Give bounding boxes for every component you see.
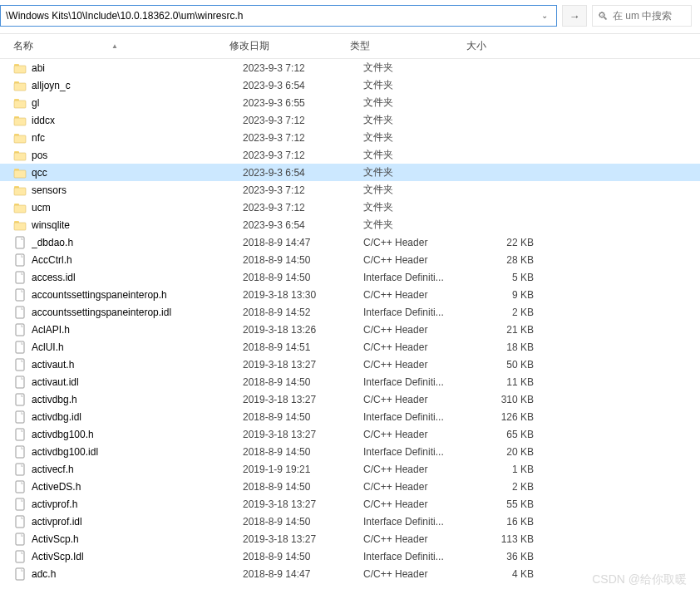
svg-rect-36 — [16, 516, 24, 528]
file-row[interactable]: activdbg100.idl2018-8-9 14:50Interface D… — [0, 443, 700, 460]
svg-rect-1 — [14, 66, 26, 73]
file-row[interactable]: activecf.h2019-1-9 19:21C/C++ Header1 KB — [0, 460, 700, 478]
file-date: 2023-9-3 6:54 — [243, 167, 363, 179]
file-date: 2023-9-3 7:12 — [243, 202, 363, 214]
file-date: 2018-8-9 14:51 — [243, 341, 363, 353]
svg-rect-7 — [14, 118, 26, 125]
file-row[interactable]: ActiveDS.h2018-8-9 14:50C/C++ Header2 KB — [0, 478, 700, 495]
file-row[interactable]: accountssettingspaneinterop.idl2018-8-9 … — [0, 303, 700, 321]
svg-rect-32 — [16, 446, 24, 458]
file-type: Interface Definiti... — [363, 411, 480, 423]
file-date: 2019-3-18 13:30 — [243, 289, 363, 301]
folder-icon — [13, 218, 27, 232]
file-type: C/C++ Header — [363, 533, 480, 545]
file-row[interactable]: gl2023-9-3 6:55文件夹 — [0, 94, 700, 111]
file-row[interactable]: activprof.idl2018-8-9 14:50Interface Def… — [0, 513, 700, 530]
file-size: 2 KB — [480, 481, 534, 493]
file-date: 2019-3-18 13:26 — [243, 324, 363, 336]
file-row[interactable]: ActivScp.Idl2018-8-9 14:50Interface Defi… — [0, 547, 700, 565]
file-row[interactable]: activaut.h2019-3-18 13:27C/C++ Header50 … — [0, 356, 700, 373]
file-row[interactable]: activprof.h2019-3-18 13:27C/C++ Header55… — [0, 495, 700, 513]
go-button[interactable]: → — [562, 5, 587, 27]
svg-rect-33 — [16, 464, 24, 475]
file-row[interactable]: _dbdao.h2018-8-9 14:47C/C++ Header22 KB — [0, 233, 700, 251]
address-bar[interactable]: ⌄ — [0, 5, 557, 27]
file-date: 2019-1-9 19:21 — [243, 464, 363, 475]
address-input[interactable] — [6, 10, 538, 22]
file-row[interactable]: AclAPI.h2019-3-18 13:26C/C++ Header21 KB — [0, 321, 700, 338]
column-name[interactable]: 名称 ▲ — [13, 39, 229, 53]
file-type: 文件夹 — [363, 218, 480, 232]
file-row[interactable]: ucm2023-9-3 7:12文件夹 — [0, 199, 700, 216]
file-name: accountssettingspaneinterop.h — [32, 289, 243, 301]
file-icon — [13, 410, 27, 424]
file-row[interactable]: iddcx2023-9-3 7:12文件夹 — [0, 111, 700, 129]
file-date: 2023-9-3 7:12 — [243, 115, 363, 126]
file-icon — [13, 376, 27, 389]
file-row[interactable]: adc.h2018-8-9 14:47C/C++ Header4 KB — [0, 565, 700, 582]
file-date: 2018-8-9 14:50 — [243, 376, 363, 388]
folder-icon — [13, 61, 27, 75]
file-name: activprof.h — [32, 498, 243, 510]
file-row[interactable]: AccCtrl.h2018-8-9 14:50C/C++ Header28 KB — [0, 251, 700, 268]
file-name: AccCtrl.h — [32, 254, 243, 266]
file-list: abi2023-9-3 7:12文件夹alljoyn_c2023-9-3 6:5… — [0, 59, 700, 582]
file-row[interactable]: sensors2023-9-3 7:12文件夹 — [0, 181, 700, 199]
file-icon — [13, 288, 27, 302]
column-type[interactable]: 类型 — [350, 39, 466, 53]
file-name: ActiveDS.h — [32, 481, 243, 493]
svg-rect-25 — [16, 324, 24, 336]
file-name: nfc — [32, 132, 243, 144]
file-row[interactable]: access.idl2018-8-9 14:50Interface Defini… — [0, 268, 700, 286]
file-type: C/C++ Header — [363, 394, 480, 405]
file-row[interactable]: winsqlite2023-9-3 6:54文件夹 — [0, 216, 700, 233]
file-row[interactable]: abi2023-9-3 7:12文件夹 — [0, 59, 700, 76]
file-row[interactable]: ActivScp.h2019-3-18 13:27C/C++ Header113… — [0, 530, 700, 547]
file-date: 2018-8-9 14:50 — [243, 516, 363, 528]
file-row[interactable]: activaut.idl2018-8-9 14:50Interface Defi… — [0, 373, 700, 390]
file-row[interactable]: alljoyn_c2023-9-3 6:54文件夹 — [0, 76, 700, 94]
folder-icon — [13, 79, 27, 92]
file-row[interactable]: qcc2023-9-3 6:54文件夹 — [0, 164, 700, 181]
search-input[interactable] — [613, 10, 686, 22]
svg-rect-11 — [14, 153, 26, 160]
file-icon — [13, 271, 27, 284]
file-row[interactable]: nfc2023-9-3 7:12文件夹 — [0, 129, 700, 146]
file-type: 文件夹 — [363, 61, 480, 75]
search-box[interactable]: 🔍︎ — [592, 5, 692, 27]
file-date: 2023-9-3 7:12 — [243, 184, 363, 196]
svg-rect-34 — [16, 481, 24, 493]
file-row[interactable]: activdbg.h2019-3-18 13:27C/C++ Header310… — [0, 390, 700, 408]
file-name: ActivScp.h — [32, 533, 243, 545]
file-icon — [13, 428, 27, 441]
file-type: Interface Definiti... — [363, 272, 480, 283]
file-name: winsqlite — [32, 219, 243, 231]
toolbar: ⌄ → 🔍︎ — [0, 0, 700, 34]
file-type: 文件夹 — [363, 96, 480, 110]
column-name-label: 名称 — [13, 39, 33, 53]
file-name: _dbdao.h — [32, 237, 243, 248]
folder-icon — [13, 114, 27, 127]
file-size: 18 KB — [480, 341, 534, 353]
file-icon — [13, 445, 27, 459]
file-icon — [13, 515, 27, 528]
address-dropdown-icon[interactable]: ⌄ — [541, 11, 551, 21]
file-row[interactable]: pos2023-9-3 7:12文件夹 — [0, 146, 700, 164]
svg-rect-29 — [16, 394, 24, 405]
file-date: 2023-9-3 6:54 — [243, 219, 363, 231]
file-name: activaut.idl — [32, 376, 243, 388]
file-name: activdbg.idl — [32, 411, 243, 423]
file-row[interactable]: AclUI.h2018-8-9 14:51C/C++ Header18 KB — [0, 338, 700, 356]
file-row[interactable]: accountssettingspaneinterop.h2019-3-18 1… — [0, 286, 700, 303]
file-type: 文件夹 — [363, 183, 480, 197]
file-icon — [13, 550, 27, 563]
file-name: ActivScp.Idl — [32, 551, 243, 562]
file-icon — [13, 323, 27, 336]
file-row[interactable]: activdbg.idl2018-8-9 14:50Interface Defi… — [0, 408, 700, 425]
column-size[interactable]: 大小 — [466, 39, 533, 53]
column-date[interactable]: 修改日期 — [229, 39, 350, 53]
svg-rect-24 — [16, 307, 24, 318]
file-date: 2018-8-9 14:50 — [243, 446, 363, 458]
file-row[interactable]: activdbg100.h2019-3-18 13:27C/C++ Header… — [0, 425, 700, 443]
file-size: 50 KB — [480, 359, 534, 371]
